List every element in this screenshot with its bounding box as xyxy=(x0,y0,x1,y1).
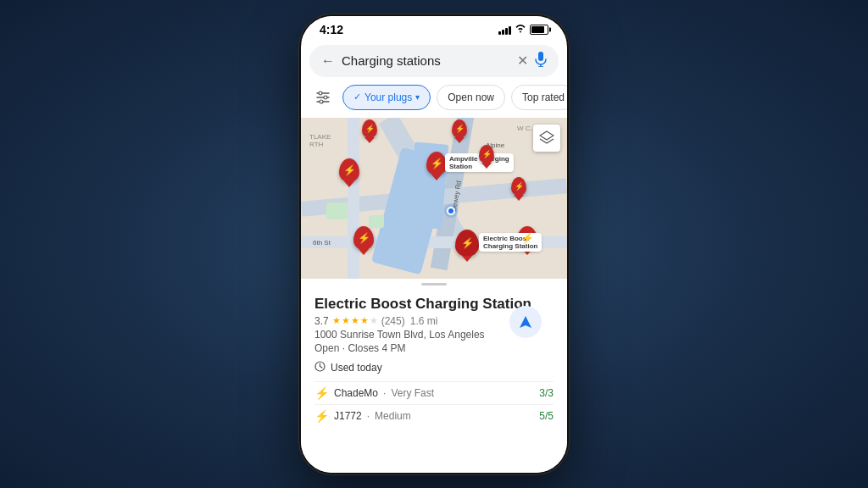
bolt-icon: ⚡ xyxy=(314,409,329,423)
bolt-icon: ⚡ xyxy=(482,150,492,158)
svg-point-7 xyxy=(324,96,327,99)
filter-row: ✓ Your plugs ▾ Open now Top rated xyxy=(301,84,567,118)
bolt-icon: ⚡ xyxy=(455,125,465,133)
distance: 1.6 mi xyxy=(410,315,438,327)
scroll-pill xyxy=(421,283,447,286)
map-road-label: 6th St xyxy=(313,239,331,247)
star-3: ★ xyxy=(351,315,359,326)
rating-number: 3.7 xyxy=(314,315,329,327)
connector-count: 5/5 xyxy=(539,410,554,422)
chip-label: Your plugs xyxy=(364,92,412,103)
star-1: ★ xyxy=(332,315,341,326)
bolt-icon: ⚡ xyxy=(314,386,329,400)
map-layers-button[interactable] xyxy=(533,125,560,152)
wifi-icon xyxy=(515,24,526,35)
svg-point-6 xyxy=(319,92,322,95)
charging-pin[interactable]: ⚡ xyxy=(452,119,467,138)
connector-speed: · xyxy=(367,410,370,422)
chevron-down-icon: ▾ xyxy=(415,92,420,102)
charging-pin[interactable]: ⚡ xyxy=(362,119,377,138)
map-background: Dewey Rd Alpine 6th St TLAKE RTH W C... … xyxy=(301,118,567,279)
search-bar[interactable]: ← Charging stations ✕ xyxy=(309,45,559,77)
navigate-button[interactable] xyxy=(509,306,542,338)
bolt-icon: ⚡ xyxy=(343,164,356,176)
search-input[interactable]: Charging stations xyxy=(342,53,510,68)
info-card: Electric Boost Charging Station 3.7 ★ ★ … xyxy=(301,287,567,473)
bolt-icon: ⚡ xyxy=(461,237,474,249)
svg-line-11 xyxy=(320,366,323,368)
check-icon: ✓ xyxy=(353,92,361,103)
info-card-inner: Electric Boost Charging Station 3.7 ★ ★ … xyxy=(314,296,554,427)
star-2: ★ xyxy=(342,315,350,326)
star-5: ★ xyxy=(370,315,378,326)
connector-row-chademо: ⚡ ChadeMo · Very Fast 3/3 xyxy=(314,381,554,404)
station-status: Open · Closes 4 PM xyxy=(314,342,554,354)
connector-count: 3/3 xyxy=(539,387,554,399)
bolt-icon: ⚡ xyxy=(358,232,370,244)
search-back-button[interactable]: ← xyxy=(321,53,335,69)
charging-pin[interactable]: ⚡ xyxy=(353,226,374,250)
battery-icon xyxy=(530,25,548,35)
map-road xyxy=(348,118,359,279)
bolt-icon: ⚡ xyxy=(521,232,534,244)
scroll-indicator xyxy=(301,279,567,287)
connector-name: J1772 xyxy=(334,410,362,422)
charging-pin-electric-boost[interactable]: ⚡ xyxy=(455,230,479,257)
clock-icon xyxy=(314,361,326,374)
open-status: Open xyxy=(314,342,339,354)
connector-row-j1772: ⚡ J1772 · Medium 5/5 xyxy=(314,404,554,427)
reviews-count: (245) xyxy=(381,315,405,327)
connector-name: ChadeMo xyxy=(334,387,378,399)
filter-chip-top-rated[interactable]: Top rated xyxy=(511,85,567,110)
connector-left: ⚡ J1772 · Medium xyxy=(314,409,411,423)
status-time: 4:12 xyxy=(320,23,343,36)
used-today-text: Used today xyxy=(331,362,382,374)
charging-pin[interactable]: ⚡ xyxy=(479,145,494,164)
connector-left: ⚡ ChadeMo · Very Fast xyxy=(314,386,434,400)
chip-label: Top rated xyxy=(522,92,565,103)
filter-icon-button[interactable] xyxy=(309,84,337,111)
search-clear-button[interactable]: ✕ xyxy=(517,53,528,69)
map-area-label: RTH xyxy=(309,141,323,148)
map-area[interactable]: Dewey Rd Alpine 6th St TLAKE RTH W C... … xyxy=(301,118,567,279)
phone-frame: 4:12 xyxy=(298,14,570,475)
bolt-icon: ⚡ xyxy=(515,182,524,191)
charging-pin[interactable]: ⚡ xyxy=(511,177,526,196)
used-today-row: Used today xyxy=(314,361,554,374)
star-rating: ★ ★ ★ ★ ★ xyxy=(332,315,378,326)
map-area-label: TLAKE xyxy=(309,133,331,141)
bolt-icon: ⚡ xyxy=(431,158,443,169)
user-location-dot xyxy=(447,207,455,215)
status-bar: 4:12 xyxy=(301,16,567,40)
signal-icon xyxy=(498,25,511,35)
status-icons xyxy=(498,24,548,35)
phone-screen: 4:12 xyxy=(301,16,567,473)
chip-label: Open now xyxy=(448,92,494,103)
star-4: ★ xyxy=(360,315,369,326)
bolt-icon: ⚡ xyxy=(365,125,375,133)
charging-pin[interactable]: ⚡ xyxy=(339,158,359,182)
map-green-area xyxy=(326,202,348,219)
connector-speed-label: Very Fast xyxy=(391,387,434,399)
search-mic-button[interactable] xyxy=(535,52,547,70)
charging-pin-ampville[interactable]: ⚡ xyxy=(426,152,447,175)
svg-point-8 xyxy=(320,100,323,103)
filter-chip-open-now[interactable]: Open now xyxy=(437,85,505,110)
filter-chip-your-plugs[interactable]: ✓ Your plugs ▾ xyxy=(342,85,431,110)
svg-rect-0 xyxy=(538,52,543,61)
connector-speed-label: Medium xyxy=(375,410,411,422)
closes-time: Closes 4 PM xyxy=(348,342,405,354)
connector-speed: · xyxy=(383,387,386,399)
